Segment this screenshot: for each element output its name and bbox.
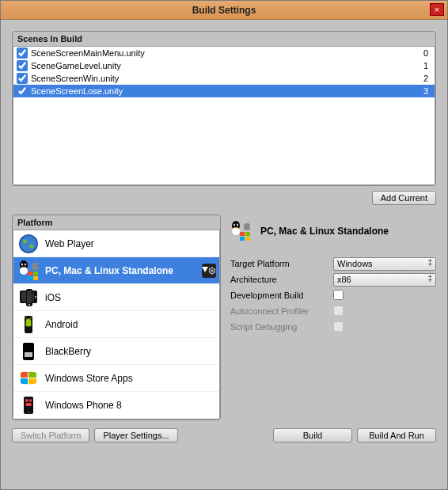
svg-point-5 <box>25 263 26 265</box>
svg-rect-8 <box>28 276 32 280</box>
svg-point-23 <box>29 352 31 354</box>
svg-rect-48 <box>245 237 250 241</box>
svg-rect-38 <box>29 399 32 402</box>
svg-point-15 <box>28 304 30 306</box>
scene-name: SceneGameLevel.unity <box>31 61 412 70</box>
unity-current-icon <box>202 264 216 278</box>
platform-item-bb[interactable]: BlackBerry <box>13 338 219 365</box>
development-build-label: Development Build <box>230 291 333 300</box>
player-settings-button[interactable]: Player Settings... <box>94 428 177 443</box>
scenes-header: Scenes In Build <box>13 32 435 46</box>
switch-platform-button[interactable]: Switch Platform <box>12 428 89 443</box>
svg-rect-9 <box>33 276 38 280</box>
platform-list[interactable]: Web PlayerPC, Mac & Linux StandaloneiOSA… <box>13 230 220 420</box>
autoconnect-profiler-label: Autoconnect Profiler <box>230 306 333 316</box>
platform-item-wp[interactable]: Windows Phone 8 <box>13 392 219 419</box>
ios-icon <box>18 287 39 308</box>
svg-point-21 <box>26 352 28 354</box>
scene-checkbox[interactable] <box>17 73 28 84</box>
scene-name: SceneScreenMainMenu.unity <box>31 48 412 58</box>
scene-name: SceneScreenLose.unity <box>31 86 412 96</box>
setting-autoconnect-profiler: Autoconnect Profiler <box>230 303 436 319</box>
settings-title: PC, Mac & Linux Standalone <box>260 226 389 237</box>
globe-icon <box>18 234 39 254</box>
scene-index: 0 <box>412 48 428 58</box>
window-title: Build Settings <box>1 5 447 16</box>
settings-pane: PC, Mac & Linux Standalone Target Platfo… <box>230 215 436 420</box>
setting-architecture: Architecture x86 <box>230 272 436 287</box>
build-and-run-button[interactable]: Build And Run <box>357 428 436 443</box>
scene-checkbox[interactable] <box>17 60 28 71</box>
close-icon[interactable]: × <box>430 3 444 16</box>
svg-point-29 <box>31 354 32 355</box>
platform-label: Android <box>45 319 78 330</box>
svg-rect-7 <box>33 272 38 275</box>
platform-label: Windows Phone 8 <box>45 400 122 411</box>
svg-point-40 <box>28 412 29 413</box>
settings-title-row: PC, Mac & Linux Standalone <box>230 221 436 241</box>
platform-panel: Platform Web PlayerPC, Mac & Linux Stand… <box>12 215 221 420</box>
svg-point-30 <box>25 355 26 357</box>
scenes-panel: Scenes In Build SceneScreenMainMenu.unit… <box>12 31 436 186</box>
svg-point-12 <box>35 296 36 298</box>
scene-checkbox[interactable] <box>17 85 28 97</box>
architecture-dropdown[interactable]: x86 <box>333 273 436 287</box>
script-debugging-checkbox <box>333 321 344 332</box>
platform-label: PC, Mac & Linux Standalone <box>45 265 173 276</box>
svg-rect-6 <box>28 272 32 275</box>
target-platform-dropdown[interactable]: Windows <box>333 257 436 271</box>
bb-icon <box>18 341 39 362</box>
add-current-button[interactable]: Add Current <box>372 191 436 205</box>
android-icon <box>18 314 39 335</box>
svg-point-28 <box>29 354 31 355</box>
setting-script-debugging: Script Debugging <box>230 319 436 335</box>
svg-point-22 <box>28 352 29 354</box>
platform-item-android[interactable]: Android <box>13 311 219 338</box>
winstore-icon <box>18 368 39 389</box>
development-build-checkbox[interactable] <box>333 290 344 300</box>
platform-item-combo[interactable]: PC, Mac & Linux Standalone <box>13 257 219 284</box>
platform-header: Platform <box>13 215 220 230</box>
platform-label: Web Player <box>45 238 94 249</box>
scene-name: SceneScreenWin.unity <box>31 74 412 83</box>
svg-point-20 <box>25 352 26 354</box>
scenes-list[interactable]: SceneScreenMainMenu.unity0SceneGameLevel… <box>13 46 435 185</box>
svg-point-4 <box>21 263 23 265</box>
svg-point-27 <box>28 354 29 355</box>
svg-point-43 <box>233 224 235 226</box>
bottom-button-row: Switch Platform Player Settings... Build… <box>12 428 436 443</box>
titlebar: Build Settings × <box>1 1 447 20</box>
svg-point-44 <box>237 224 238 226</box>
svg-rect-37 <box>25 399 28 402</box>
platform-item-winstore[interactable]: Windows Store Apps <box>13 365 219 392</box>
script-debugging-label: Script Debugging <box>230 322 333 332</box>
setting-target-platform: Target Platform Windows <box>230 256 436 272</box>
scene-row[interactable]: SceneScreenLose.unity3 <box>13 85 435 97</box>
svg-point-1 <box>21 236 36 252</box>
scene-row[interactable]: SceneScreenMainMenu.unity0 <box>13 47 435 59</box>
svg-point-25 <box>25 354 26 355</box>
platform-label: BlackBerry <box>45 346 91 357</box>
svg-point-24 <box>31 352 32 354</box>
svg-point-26 <box>26 354 28 355</box>
scene-row[interactable]: SceneScreenWin.unity2 <box>13 72 435 85</box>
svg-rect-47 <box>240 237 245 241</box>
build-button[interactable]: Build <box>273 428 352 443</box>
scene-index: 1 <box>412 61 428 70</box>
scene-index: 3 <box>412 86 428 96</box>
platform-label: Windows Store Apps <box>45 373 133 384</box>
svg-rect-19 <box>25 344 32 351</box>
platform-label: iOS <box>45 292 61 303</box>
scene-checkbox[interactable] <box>17 47 28 59</box>
svg-rect-45 <box>240 232 245 236</box>
target-platform-label: Target Platform <box>230 259 333 268</box>
setting-development-build: Development Build <box>230 287 436 303</box>
combo-icon <box>18 260 39 281</box>
autoconnect-profiler-checkbox <box>333 306 344 316</box>
svg-point-31 <box>26 355 28 357</box>
svg-rect-46 <box>245 232 250 236</box>
scene-row[interactable]: SceneGameLevel.unity1 <box>13 59 435 72</box>
platform-item-ios[interactable]: iOS <box>13 284 219 311</box>
platform-item-globe[interactable]: Web Player <box>13 230 219 257</box>
svg-rect-39 <box>25 403 32 406</box>
